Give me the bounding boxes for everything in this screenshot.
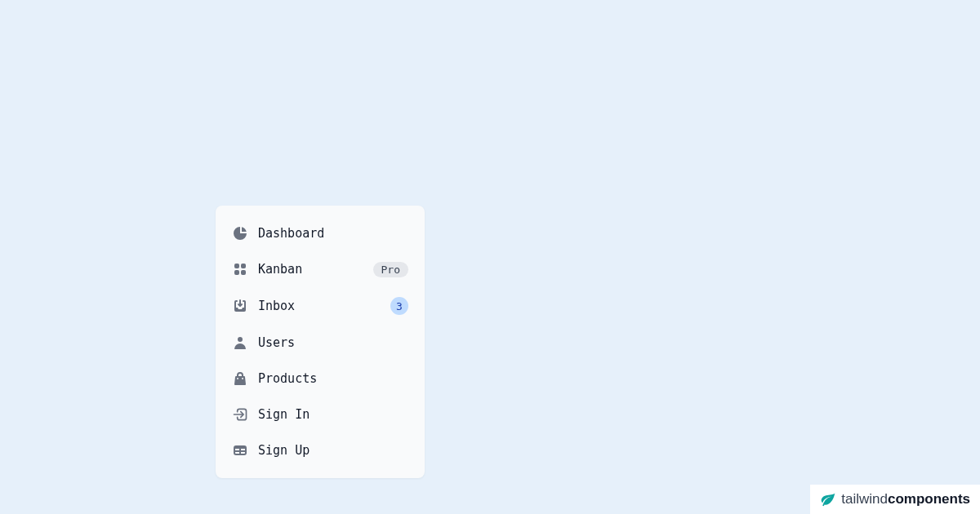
sidebar-item-label: Users [258,335,408,350]
sidebar-item-kanban[interactable]: Kanban Pro [225,255,415,284]
sidebar-item-label: Inbox [258,299,390,313]
sidebar-item-products[interactable]: Products [225,364,415,393]
arrow-right-icon [232,406,248,423]
grid-icon [232,261,248,277]
sidebar-item-label: Sign Up [258,443,408,458]
shopping-bag-icon [232,370,248,387]
brand-text: tailwindcomponents [841,491,970,507]
inbox-in-icon [232,298,248,314]
sidebar-item-label: Dashboard [258,226,408,241]
sidebar-item-label: Kanban [258,262,373,277]
table-icon [232,442,248,459]
user-icon [232,335,248,351]
sidebar: Dashboard Kanban Pro Inbox 3 Users [216,206,425,478]
sidebar-item-sign-in[interactable]: Sign In [225,400,415,429]
leaf-icon [820,491,836,507]
chart-pie-icon [232,225,248,241]
sidebar-item-label: Sign In [258,407,408,422]
sidebar-item-inbox[interactable]: Inbox 3 [225,290,415,321]
brand-watermark: tailwindcomponents [810,485,980,514]
count-badge: 3 [390,297,408,315]
brand-bold: components [888,491,970,507]
brand-light: tailwind [841,491,888,507]
sidebar-item-sign-up[interactable]: Sign Up [225,436,415,465]
nav-list: Dashboard Kanban Pro Inbox 3 Users [225,219,415,465]
sidebar-item-users[interactable]: Users [225,328,415,357]
sidebar-item-label: Products [258,371,408,386]
pro-badge: Pro [373,262,408,277]
sidebar-item-dashboard[interactable]: Dashboard [225,219,415,248]
